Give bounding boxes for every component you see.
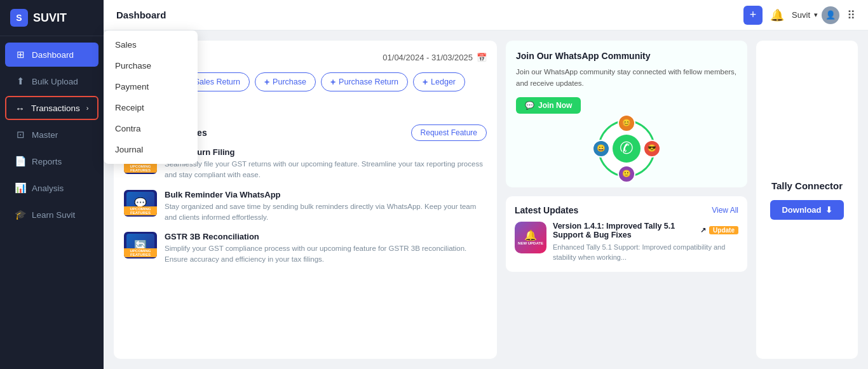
analysis-icon: 📊 (15, 183, 25, 193)
latest-updates-card: Latest Updates View All 🔔 NEW UPDATE Ver… (506, 196, 747, 272)
page-title: Dashboard (116, 10, 736, 20)
tally-download-button[interactable]: Download ⬇ (770, 200, 843, 220)
btn-label: Ledger (431, 77, 456, 86)
sidebar-item-label: Transactions (31, 104, 80, 113)
avatar: 👤 (822, 6, 839, 24)
whatsapp-description: Join our WhatsApp community stay connect… (516, 66, 737, 90)
feature-description: Simplify your GST compliance process wit… (165, 243, 487, 265)
transactions-icon: ↔ (15, 103, 25, 113)
user-name: Suvit (792, 10, 810, 20)
external-link-icon[interactable]: ↗ (700, 226, 706, 234)
sidebar-item-reports[interactable]: 📄 Reports (5, 149, 98, 173)
update-description: Enhanced Tally 5.1 Support: Improved com… (553, 242, 738, 263)
content-area: Suvit (10005) 01/04/2024 - 31/03/2025 📅 … (104, 30, 868, 369)
bulk-upload-icon: ⬆ (15, 76, 25, 86)
whatsapp-icon: 💬 (525, 101, 534, 110)
dropdown-item-payment[interactable]: Payment (104, 76, 198, 97)
join-btn-label: Join Now (538, 101, 572, 110)
feature-description: Seamlessly file your GST returns with ou… (165, 159, 487, 181)
plus-icon: + (330, 77, 336, 87)
master-icon: ⊡ (15, 130, 25, 140)
transactions-dropdown: Sales Purchase Payment Receipt Contra Jo… (104, 30, 198, 164)
date-range: 01/04/2024 - 31/03/2025 📅 (383, 53, 487, 62)
request-feature-button[interactable]: Request Feature (411, 124, 487, 141)
feature-item-bulk-reminder: 💬 UPCOMING FEATURES Bulk Reminder Via Wh… (124, 190, 487, 224)
sidebar-nav: ⊞ Dashboard ⬆ Bulk Upload ↔ Transactions… (0, 36, 104, 369)
dropdown-item-receipt[interactable]: Receipt (104, 97, 198, 118)
add-ledger-button[interactable]: + Ledger (413, 72, 465, 91)
feature-content: Bulk Reminder Via WhatsApp Stay organize… (165, 190, 487, 224)
sidebar: S SUVIT ⊞ Dashboard ⬆ Bulk Upload ↔ Tran… (0, 0, 104, 369)
updates-title: Latest Updates (515, 205, 578, 215)
new-update-icon: 🔔 (524, 229, 537, 241)
logo-icon: S (10, 9, 28, 27)
upcoming-badge: UPCOMING FEATURES (124, 206, 157, 215)
app-name: SUVIT (33, 11, 67, 25)
feature-title: Bulk Reminder Via WhatsApp (165, 190, 487, 199)
btn-label: Sales Return (194, 77, 240, 86)
main-area: Dashboard + 🔔 Suvit ▾ 👤 ⠿ Suvit (10005) … (104, 0, 868, 369)
upcoming-badge: UPCOMING FEATURES (124, 164, 157, 173)
feature-thumbnail: 💬 UPCOMING FEATURES (124, 190, 157, 217)
topbar: Dashboard + 🔔 Suvit ▾ 👤 ⠿ (104, 0, 868, 30)
sidebar-item-label: Bulk Upload (32, 77, 78, 86)
topbar-actions: + 🔔 Suvit ▾ 👤 ⠿ (743, 6, 855, 25)
dropdown-item-journal[interactable]: Journal (104, 139, 198, 160)
sidebar-item-label: Analysis (32, 184, 64, 193)
update-content: Version 1.4.1: Improved Tally 5.1 Suppor… (553, 222, 738, 263)
view-all-link[interactable]: View All (712, 206, 738, 215)
download-icon: ⬇ (825, 205, 832, 215)
update-item: 🔔 NEW UPDATE Version 1.4.1: Improved Tal… (515, 222, 738, 263)
tally-title: Tally Connector (771, 180, 843, 191)
whatsapp-logo-icon: ✆ (613, 135, 641, 163)
tally-connector-card: Tally Connector Download ⬇ (756, 41, 858, 359)
chevron-down-icon: ▾ (814, 11, 818, 19)
btn-label: Purchase (273, 77, 306, 86)
add-button[interactable]: + (743, 6, 763, 25)
sidebar-item-label: Reports (32, 157, 62, 166)
updates-header: Latest Updates View All (515, 205, 738, 215)
community-avatar: 😎 (643, 140, 661, 158)
dropdown-item-sales[interactable]: Sales (104, 34, 198, 55)
feature-description: Stay organized and save time by sending … (165, 201, 487, 224)
reports-icon: 📄 (15, 156, 25, 166)
whatsapp-title: Join Our WhatsApp Community (516, 51, 737, 61)
upcoming-badge: UPCOMING FEATURES (124, 248, 157, 257)
update-badge-icon: 🔔 NEW UPDATE (515, 222, 546, 253)
sidebar-item-dashboard[interactable]: ⊞ Dashboard (5, 43, 98, 67)
dropdown-item-contra[interactable]: Contra (104, 118, 198, 139)
sidebar-item-learn-suvit[interactable]: 🎓 Learn Suvit (5, 203, 98, 227)
whatsapp-visual: ✆ 😊 😎 🙂 😀 (516, 120, 737, 177)
add-purchase-return-button[interactable]: + Purchase Return (321, 72, 408, 91)
whatsapp-join-button[interactable]: 💬 Join Now (516, 97, 581, 114)
whatsapp-content: Join Our WhatsApp Community Join our Wha… (516, 51, 737, 114)
notification-bell-icon[interactable]: 🔔 (770, 8, 784, 22)
whatsapp-circle: ✆ 😊 😎 🙂 😀 (598, 120, 655, 177)
feature-item-gst-3b: 🔄 UPCOMING FEATURES GSTR 3B Reconciliati… (124, 232, 487, 265)
update-title-text: Version 1.4.1: Improved Tally 5.1 Suppor… (553, 222, 697, 239)
sidebar-item-bulk-upload[interactable]: ⬆ Bulk Upload (5, 69, 98, 93)
feature-thumbnail: 🔄 UPCOMING FEATURES (124, 232, 157, 258)
plus-icon: + (264, 77, 269, 87)
community-avatar: 😊 (618, 114, 635, 132)
chevron-right-icon: › (86, 104, 89, 112)
calendar-icon[interactable]: 📅 (477, 53, 487, 62)
sidebar-item-transactions[interactable]: ↔ Transactions › (5, 96, 98, 120)
learn-icon: 🎓 (15, 210, 25, 220)
add-purchase-button[interactable]: + Purchase (255, 72, 316, 91)
sidebar-item-label: Master (32, 130, 58, 140)
feature-content: GST Return Filing Seamlessly file your G… (165, 147, 487, 181)
community-avatar: 🙂 (618, 165, 635, 183)
sidebar-item-label: Dashboard (32, 50, 74, 60)
feature-content: GSTR 3B Reconciliation Simplify your GST… (165, 232, 487, 265)
dropdown-item-purchase[interactable]: Purchase (104, 55, 198, 76)
feature-title: GST Return Filing (165, 147, 487, 157)
user-menu[interactable]: Suvit ▾ 👤 (792, 6, 839, 24)
app-logo[interactable]: S SUVIT (0, 0, 104, 36)
sidebar-item-label: Learn Suvit (32, 210, 75, 220)
btn-label: Purchase Return (339, 77, 398, 86)
sidebar-item-master[interactable]: ⊡ Master (5, 123, 98, 147)
community-avatar: 😀 (592, 140, 610, 158)
grid-icon[interactable]: ⠿ (847, 8, 855, 22)
sidebar-item-analysis[interactable]: 📊 Analysis (5, 176, 98, 200)
